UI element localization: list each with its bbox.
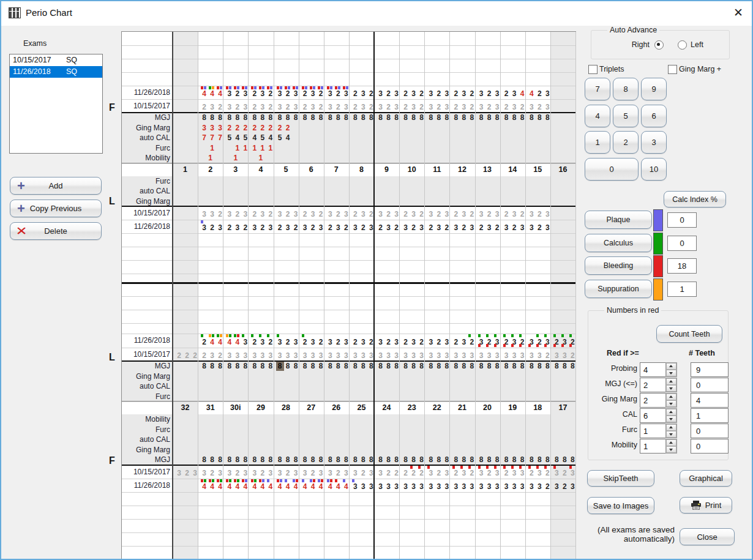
keypad-button-7[interactable]: 7 bbox=[585, 78, 610, 100]
red-threshold-input[interactable]: 2 bbox=[640, 393, 669, 408]
perio-value[interactable]: 3 bbox=[233, 223, 241, 233]
tooth-number-16[interactable]: 16 bbox=[550, 163, 575, 176]
graphical-button[interactable]: Graphical bbox=[680, 470, 732, 487]
perio-value[interactable]: 3 bbox=[208, 124, 216, 133]
perio-value[interactable]: 2 bbox=[384, 103, 392, 112]
tooth-number-30i[interactable]: 30i bbox=[223, 401, 248, 414]
perio-value[interactable]: 3 bbox=[301, 469, 309, 478]
perio-value[interactable]: 8 bbox=[536, 455, 544, 465]
perio-value[interactable]: 4 bbox=[258, 482, 266, 491]
perio-value[interactable]: 8 bbox=[326, 362, 334, 371]
tooth-number-28[interactable]: 28 bbox=[274, 401, 299, 414]
perio-value[interactable]: 3 bbox=[485, 482, 493, 491]
perio-value[interactable]: 3 bbox=[427, 469, 435, 478]
perio-value[interactable]: 3 bbox=[233, 351, 241, 360]
perio-value[interactable]: 3 bbox=[276, 338, 284, 347]
perio-value[interactable]: 3 bbox=[225, 469, 233, 478]
perio-value[interactable]: 3 bbox=[326, 103, 334, 112]
perio-value[interactable]: 3 bbox=[410, 482, 418, 491]
perio-value[interactable]: 3 bbox=[258, 351, 266, 360]
perio-value[interactable]: 3 bbox=[334, 223, 342, 233]
spinner[interactable] bbox=[665, 439, 677, 454]
perio-value[interactable]: 8 bbox=[225, 455, 233, 465]
perio-value[interactable]: 3 bbox=[485, 223, 493, 233]
perio-value[interactable]: 3 bbox=[410, 103, 418, 112]
perio-value[interactable]: 3 bbox=[384, 223, 392, 233]
perio-value[interactable]: 2 bbox=[503, 210, 511, 219]
perio-value[interactable]: 5 bbox=[258, 133, 266, 143]
save-to-images-button[interactable]: Save to Images bbox=[587, 497, 654, 514]
perio-value[interactable]: 4 bbox=[208, 338, 216, 347]
perio-value[interactable]: 3 bbox=[452, 223, 460, 233]
keypad-button-5[interactable]: 5 bbox=[613, 105, 639, 127]
perio-value[interactable]: 2 bbox=[334, 89, 342, 99]
perio-value[interactable]: 8 bbox=[478, 362, 485, 371]
perio-value[interactable]: 3 bbox=[402, 351, 410, 360]
perio-value[interactable]: 3 bbox=[553, 351, 561, 360]
perio-value[interactable]: 8 bbox=[250, 113, 258, 122]
perio-value[interactable]: 2 bbox=[503, 103, 511, 112]
perio-value[interactable]: 2 bbox=[503, 469, 511, 478]
perio-value[interactable]: 3 bbox=[528, 103, 536, 112]
spinner[interactable] bbox=[665, 362, 677, 377]
perio-value[interactable]: 2 bbox=[284, 89, 292, 99]
spinner-up-icon[interactable] bbox=[666, 394, 676, 400]
tooth-number-27[interactable]: 27 bbox=[299, 401, 324, 414]
perio-value[interactable]: 4 bbox=[250, 133, 258, 143]
perio-value[interactable]: 3 bbox=[326, 338, 334, 347]
perio-value[interactable]: 2 bbox=[402, 89, 410, 99]
spinner-up-icon[interactable] bbox=[666, 363, 676, 370]
perio-value[interactable]: 3 bbox=[200, 210, 208, 219]
perio-value[interactable]: 3 bbox=[351, 223, 359, 233]
perio-value[interactable]: 3 bbox=[511, 351, 519, 360]
perio-value[interactable]: 2 bbox=[301, 103, 309, 112]
perio-value[interactable]: 3 bbox=[276, 351, 284, 360]
perio-value[interactable]: 3 bbox=[225, 210, 233, 219]
perio-value[interactable]: 2 bbox=[351, 210, 359, 219]
perio-value[interactable]: 2 bbox=[284, 103, 292, 112]
tooth-number-7[interactable]: 7 bbox=[324, 163, 349, 176]
perio-value[interactable]: 3 bbox=[258, 210, 266, 219]
perio-value[interactable]: 3 bbox=[326, 89, 334, 99]
perio-value[interactable]: 2 bbox=[402, 210, 410, 219]
perio-value[interactable]: 8 bbox=[410, 455, 418, 465]
perio-value[interactable]: 8 bbox=[208, 113, 216, 122]
perio-value[interactable]: 2 bbox=[485, 210, 493, 219]
perio-value[interactable]: 2 bbox=[208, 223, 216, 233]
perio-value[interactable]: 3 bbox=[511, 469, 519, 478]
perio-value[interactable]: 3 bbox=[452, 482, 460, 491]
perio-value[interactable]: 3 bbox=[528, 351, 536, 360]
tooth-number-4[interactable]: 4 bbox=[248, 163, 273, 176]
perio-value[interactable]: 3 bbox=[460, 103, 468, 112]
perio-value[interactable]: 8 bbox=[528, 113, 536, 122]
perio-value[interactable]: 8 bbox=[351, 113, 359, 122]
perio-value[interactable]: 3 bbox=[460, 338, 468, 347]
tooth-number-25[interactable]: 25 bbox=[349, 401, 374, 414]
perio-value[interactable]: 8 bbox=[250, 362, 258, 371]
perio-value[interactable]: 3 bbox=[351, 482, 359, 491]
perio-value[interactable]: 2 bbox=[402, 338, 410, 347]
perio-value[interactable]: 2 bbox=[208, 469, 216, 478]
perio-value[interactable]: 2 bbox=[561, 482, 569, 491]
perio-value[interactable]: 4 bbox=[200, 482, 208, 491]
perio-value[interactable]: 4 bbox=[334, 482, 342, 491]
spinner-down-icon[interactable] bbox=[666, 400, 676, 407]
perio-value[interactable]: 8 bbox=[402, 113, 410, 122]
perio-value[interactable]: 8 bbox=[351, 455, 359, 465]
perio-value[interactable]: 8 bbox=[435, 113, 443, 122]
triplets-checkbox[interactable] bbox=[588, 65, 598, 74]
spinner-down-icon[interactable] bbox=[666, 416, 676, 422]
perio-value[interactable]: 8 bbox=[460, 455, 468, 465]
perio-value[interactable]: 2 bbox=[485, 469, 493, 478]
spinner-up-icon[interactable] bbox=[666, 439, 676, 446]
perio-value[interactable]: 4 bbox=[208, 482, 216, 491]
perio-value[interactable]: 3 bbox=[284, 351, 292, 360]
tooth-number-19[interactable]: 19 bbox=[500, 401, 525, 414]
calc-index-button[interactable]: Calc Index % bbox=[664, 191, 726, 207]
tooth-number-21[interactable]: 21 bbox=[449, 401, 474, 414]
perio-value[interactable]: 3 bbox=[384, 482, 392, 491]
perio-value[interactable]: 2 bbox=[233, 103, 241, 112]
perio-value[interactable]: 3 bbox=[200, 223, 208, 233]
spinner-up-icon[interactable] bbox=[666, 378, 676, 385]
perio-value[interactable]: 8 bbox=[511, 113, 519, 122]
